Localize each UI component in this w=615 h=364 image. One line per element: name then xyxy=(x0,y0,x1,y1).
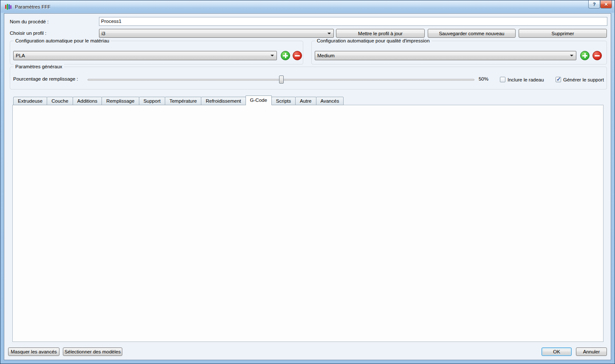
process-name-label: Nom du procédé : xyxy=(10,19,48,25)
delete-profile-button[interactable]: Supprimer xyxy=(519,29,607,38)
profile-label: Choisir un profil : xyxy=(10,30,46,36)
tab-autre[interactable]: Autre xyxy=(295,97,316,105)
support-checkbox[interactable] xyxy=(556,77,561,82)
chevron-down-icon xyxy=(271,55,274,56)
hide-advanced-button[interactable]: Masquer les avancés xyxy=(8,347,59,356)
raft-label: Inclure le radeau xyxy=(508,77,544,83)
chevron-down-icon xyxy=(327,33,331,34)
app-icon xyxy=(5,3,11,10)
infill-percent: 50% xyxy=(476,76,488,82)
profile-select-value: i3 xyxy=(102,31,105,36)
material-group-title: Configuration automatique pour le matéri… xyxy=(14,38,111,44)
infill-slider[interactable] xyxy=(87,76,474,84)
process-name-input[interactable]: Process1 xyxy=(99,17,607,26)
process-name-value: Process1 xyxy=(101,19,121,24)
help-button[interactable]: ? xyxy=(588,0,600,8)
window-title: Paramètres FFF xyxy=(15,4,51,9)
raft-checkbox[interactable] xyxy=(500,77,505,82)
tab-extrudeuse[interactable]: Extrudeuse xyxy=(13,97,47,105)
cancel-button[interactable]: Annuler xyxy=(576,347,607,356)
tab-avances[interactable]: Avancés xyxy=(316,97,344,105)
ok-button[interactable]: OK xyxy=(542,347,572,356)
tab-gcode[interactable]: G-Code xyxy=(245,95,272,105)
slider-handle[interactable] xyxy=(279,76,284,84)
remove-material-icon[interactable] xyxy=(293,51,302,60)
material-select-value: PLA xyxy=(16,53,25,58)
material-select[interactable]: PLA xyxy=(13,51,277,60)
gcode-tab-panel xyxy=(12,105,604,342)
quality-group-title: Configuration automatique pour qualité d… xyxy=(315,38,432,44)
add-material-icon[interactable] xyxy=(281,51,290,60)
quality-select-value: Medium xyxy=(317,53,335,58)
general-group-title: Paramètres généraux xyxy=(14,64,64,70)
add-quality-icon[interactable] xyxy=(580,51,590,60)
settings-tabbar: Extrudeuse Couche Additions Remplissage … xyxy=(13,95,344,105)
remove-quality-icon[interactable] xyxy=(592,51,602,60)
close-button[interactable]: ✕ xyxy=(600,0,612,8)
tab-additions[interactable]: Additions xyxy=(73,97,102,105)
tab-scripts[interactable]: Scripts xyxy=(271,97,296,105)
title-bar: Paramètres FFF ? ✕ xyxy=(1,0,614,13)
dialog-body: Nom du procédé : Process1 Choisir un pro… xyxy=(4,13,611,360)
save-as-new-button[interactable]: Sauvegarder comme nouveau xyxy=(428,29,516,38)
chevron-down-icon xyxy=(570,55,573,56)
tab-remplissage[interactable]: Remplissage xyxy=(102,97,139,105)
update-profile-button[interactable]: Mettre le profil à jour xyxy=(336,29,425,38)
fff-settings-window: Paramètres FFF ? ✕ Nom du procédé : Proc… xyxy=(0,0,615,364)
tab-refroidissement[interactable]: Refroidissement xyxy=(201,97,245,105)
tab-temperature[interactable]: Température xyxy=(165,97,202,105)
support-label: Générer le support xyxy=(563,77,604,83)
tab-couche[interactable]: Couche xyxy=(47,97,73,105)
select-models-button[interactable]: Sélectionner des modèles xyxy=(63,347,122,356)
quality-select[interactable]: Medium xyxy=(315,51,576,60)
infill-label: Pourcentage de remplissage : xyxy=(13,76,78,82)
tab-support[interactable]: Support xyxy=(139,97,165,105)
profile-select[interactable]: i3 xyxy=(99,29,334,38)
